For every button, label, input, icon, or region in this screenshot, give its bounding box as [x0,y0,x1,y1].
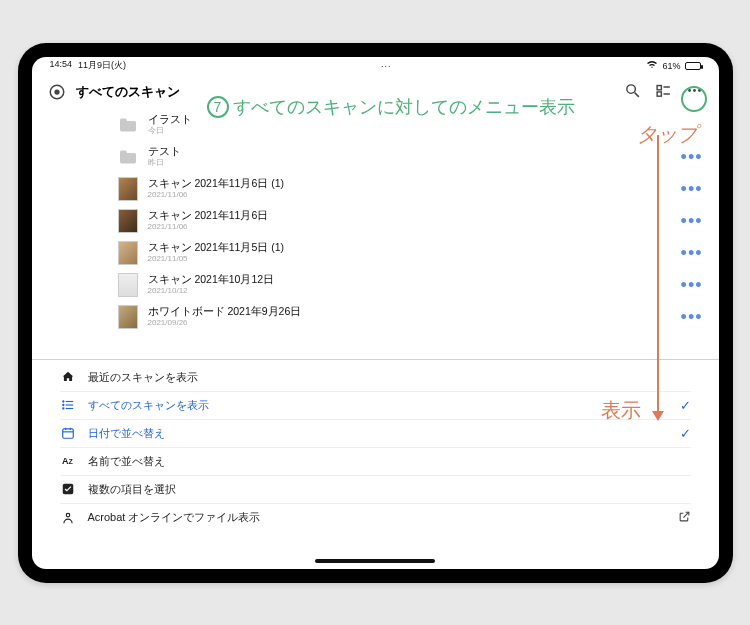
list-item-title: ホワイトボード 2021年9月26日 [148,305,671,318]
list-item[interactable]: スキャン 2021年11月6日 (1)2021/11/06••• [118,173,719,205]
list-item-subtitle: 今日 [148,126,703,136]
svg-point-8 [688,89,691,92]
list-item-text: スキャン 2021年11月5日 (1)2021/11/05 [148,241,671,263]
list-item[interactable]: スキャン 2021年11月5日 (1)2021/11/05••• [118,237,719,269]
scan-thumbnail [118,241,138,265]
scan-thumbnail [118,273,138,297]
az-icon: AZ [60,456,76,466]
folder-icon [118,113,138,137]
list-icon [60,398,76,412]
status-time: 14:54 [50,59,73,72]
scan-list: イラスト今日テスト昨日•••スキャン 2021年11月6日 (1)2021/11… [32,109,719,333]
wifi-icon [646,60,658,71]
more-menu-icon[interactable] [686,82,703,102]
list-item-title: イラスト [148,113,703,126]
acrobat-icon [60,511,76,525]
list-item-text: ホワイトボード 2021年9月26日2021/09/26 [148,305,671,327]
list-item-text: イラスト今日 [148,113,703,135]
svg-point-1 [54,89,59,94]
list-item-text: スキャン 2021年11月6日 (1)2021/11/06 [148,177,671,199]
status-center-dots: ··· [126,61,646,71]
list-item[interactable]: ホワイトボード 2021年9月26日2021/09/26••• [118,301,719,333]
menu-item[interactable]: すべてのスキャンを表示✓ [60,392,691,420]
svg-rect-4 [657,85,661,89]
list-item-subtitle: 昨日 [148,158,671,168]
menu-item-label: すべてのスキャンを表示 [88,398,209,413]
list-item[interactable]: スキャン 2021年11月6日2021/11/06••• [118,205,719,237]
menu-item[interactable]: Acrobat オンラインでファイル表示 [60,504,691,532]
home-indicator[interactable] [315,559,435,563]
list-item-subtitle: 2021/11/05 [148,254,671,264]
menu-item-label: 名前で並べ替え [88,454,165,469]
list-item[interactable]: テスト昨日••• [118,141,719,173]
scan-thumbnail [118,209,138,233]
list-item[interactable]: イラスト今日 [118,109,719,141]
menu-item-label: 複数の項目を選択 [88,482,176,497]
battery-icon [685,62,701,70]
screen: 14:54 11月9日(火) ··· 61% すべてのスキャン [32,57,719,569]
list-item-text: スキャン 2021年11月6日2021/11/06 [148,209,671,231]
app-logo-icon [48,83,66,101]
menu-item-label: 最近のスキャンを表示 [88,370,198,385]
calendar-icon [60,426,76,440]
svg-rect-17 [62,429,73,438]
status-bar: 14:54 11月9日(火) ··· 61% [32,57,719,75]
search-icon[interactable] [624,82,641,102]
menu-item[interactable]: AZ名前で並べ替え [60,448,691,476]
svg-point-10 [698,89,701,92]
list-item-text: テスト昨日 [148,145,671,167]
svg-rect-5 [657,91,661,95]
list-item-title: スキャン 2021年10月12日 [148,273,671,286]
menu-item-label: Acrobat オンラインでファイル表示 [88,510,261,525]
list-item-subtitle: 2021/11/06 [148,190,671,200]
list-item-subtitle: 2021/11/06 [148,222,671,232]
list-item-title: テスト [148,145,671,158]
svg-point-14 [62,401,63,402]
page-title: すべてのスキャン [76,83,180,101]
folder-icon [118,145,138,169]
view-options-icon[interactable] [655,82,672,102]
list-item-text: スキャン 2021年10月12日2021/10/12 [148,273,671,295]
svg-point-15 [62,404,63,405]
scan-thumbnail [118,305,138,329]
app-header: すべてのスキャン [32,75,719,109]
scan-thumbnail [118,177,138,201]
menu-item[interactable]: 最近のスキャンを表示 [60,364,691,392]
checkmark-icon: ✓ [680,398,691,413]
checkmark-icon: ✓ [680,426,691,441]
battery-percent: 61% [662,61,680,71]
list-item-subtitle: 2021/09/26 [148,318,671,328]
list-item-title: スキャン 2021年11月5日 (1) [148,241,671,254]
menu-sheet: 最近のスキャンを表示すべてのスキャンを表示✓日付で並べ替え✓AZ名前で並べ替え複… [32,360,719,536]
list-item-title: スキャン 2021年11月6日 (1) [148,177,671,190]
list-item[interactable]: スキャン 2021年10月12日2021/10/12••• [118,269,719,301]
menu-item[interactable]: 複数の項目を選択 [60,476,691,504]
list-item-subtitle: 2021/10/12 [148,286,671,296]
list-item-title: スキャン 2021年11月6日 [148,209,671,222]
ipad-frame: 14:54 11月9日(火) ··· 61% すべてのスキャン [18,43,733,583]
open-external-icon [678,510,691,526]
home-icon [60,370,76,384]
menu-item[interactable]: 日付で並べ替え✓ [60,420,691,448]
svg-line-3 [634,92,638,96]
svg-point-16 [62,408,63,409]
menu-item-label: 日付で並べ替え [88,426,165,441]
svg-point-22 [66,513,70,517]
svg-point-2 [626,84,635,93]
status-date: 11月9日(火) [78,59,126,72]
svg-point-9 [693,89,696,92]
check-icon [60,482,76,496]
